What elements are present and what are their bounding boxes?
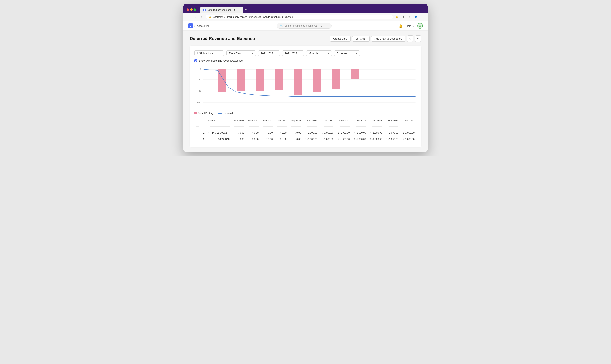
svg-text:-4 K: -4 K xyxy=(197,90,201,92)
more-icon: ••• xyxy=(417,37,419,40)
table-header-row: Name Apr 2021 May 2021 Jun 2021 Jul 2021… xyxy=(195,118,416,124)
page-header: Deferred Revenue and Expense Create Card… xyxy=(190,35,421,42)
browser-expand-icon[interactable]: ⌄ xyxy=(419,7,425,13)
key-icon[interactable]: 🔑 xyxy=(395,14,399,19)
address-bar-row: ‹ › ↻ 🔒 localhost:8011/app/query-report/… xyxy=(184,13,427,21)
search-icon: 🔍 xyxy=(280,24,283,27)
col-mar2022: Mar 2022 xyxy=(400,118,416,124)
svg-rect-14 xyxy=(332,69,340,89)
cell-sep2021: ₹ -1,000.00 xyxy=(303,130,319,136)
row-expand-icon[interactable]: ▾ xyxy=(209,132,210,134)
col-name: Name xyxy=(206,118,232,124)
menu-icon[interactable]: ⋮ xyxy=(420,14,425,19)
show-upcoming-checkbox[interactable] xyxy=(195,59,197,62)
period-filter[interactable]: Fiscal Year xyxy=(226,50,256,56)
row-name[interactable]: ▾ PINV-21-00002 xyxy=(206,130,232,136)
cell-apr2021: ₹ 0.00 xyxy=(232,136,246,142)
page-title: Deferred Revenue and Expense xyxy=(190,36,255,41)
svg-text:-2 K: -2 K xyxy=(197,78,201,81)
cell-jul2021: ₹ 0.00 xyxy=(275,136,288,142)
chart-svg: 0 -2 K -4 K -6 K xyxy=(195,65,416,108)
col-jan2022: Jan 2022 xyxy=(368,118,384,124)
from-date-filter[interactable] xyxy=(258,50,280,56)
user-avatar[interactable]: A xyxy=(417,23,423,28)
row-name[interactable]: Office Rent xyxy=(206,136,232,142)
company-filter[interactable] xyxy=(195,50,224,56)
col-sep2021: Sep 2021 xyxy=(303,118,319,124)
help-button[interactable]: Help ⌄ xyxy=(406,24,414,27)
cell-may2021: ₹ 0.00 xyxy=(246,130,261,136)
app-logo-icon[interactable]: E xyxy=(188,23,193,28)
reload-button[interactable]: ↻ xyxy=(199,14,204,19)
breadcrumb: E › Accounting xyxy=(188,23,210,28)
refresh-button[interactable]: ↻ xyxy=(407,35,413,42)
active-tab[interactable]: E Deferred Revenue and Expen... × xyxy=(200,7,243,13)
tab-close-icon[interactable]: × xyxy=(239,9,240,11)
app-content: E › Accounting 🔍 Search or type a comman… xyxy=(184,21,427,152)
cell-jan2022: ₹ -1,000.00 xyxy=(368,136,384,142)
cell-aug2021: ₹ 0.00 xyxy=(289,136,303,142)
report-container: Fiscal Year Monthly Expense Show with up… xyxy=(190,46,421,147)
cell-nov2021: ₹ -1,000.00 xyxy=(335,136,352,142)
cell-dec2021: ₹ -1,000.00 xyxy=(352,130,368,136)
svg-rect-10 xyxy=(256,69,264,91)
expected-color xyxy=(218,113,222,114)
new-tab-button[interactable]: + xyxy=(243,6,248,13)
col-jul2021: Jul 2021 xyxy=(275,118,288,124)
maximize-window-button[interactable] xyxy=(194,8,196,11)
cell-mar2022: ₹ -1,000.00 xyxy=(400,136,416,142)
expected-label: Expected xyxy=(223,112,233,115)
svg-rect-9 xyxy=(237,69,245,91)
svg-rect-8 xyxy=(218,69,226,92)
expected-legend: Expected xyxy=(218,112,233,115)
url-bar[interactable]: 🔒 localhost:8011/app/query-report/Deferr… xyxy=(205,14,393,19)
cell-jul2021: ₹ 0.00 xyxy=(275,130,288,136)
cell-nov2021: ₹ -1,000.00 xyxy=(335,130,352,136)
col-nov2021: Nov 2021 xyxy=(335,118,352,124)
actual-posting-legend: Actual Posting xyxy=(195,112,213,115)
filter-row: Fiscal Year Monthly Expense xyxy=(195,50,416,56)
close-window-button[interactable] xyxy=(186,8,189,11)
minimize-window-button[interactable] xyxy=(190,8,193,11)
traffic-lights xyxy=(186,8,196,11)
cell-feb2022: ₹ -1,000.00 xyxy=(384,136,400,142)
global-search[interactable]: 🔍 Search or type a command (Ctrl + G) xyxy=(277,23,332,28)
create-card-button[interactable]: Create Card xyxy=(330,36,351,41)
upload-icon[interactable]: ⬆ xyxy=(401,14,406,19)
show-upcoming-label: Show with upcoming revenue/expense xyxy=(199,59,243,62)
browser-tabs: E Deferred Revenue and Expen... × + xyxy=(200,6,417,13)
url-text: localhost:8011/app/query-report/Deferred… xyxy=(213,15,293,18)
type-filter[interactable]: Expense xyxy=(334,50,360,56)
set-chart-button[interactable]: Set Chart xyxy=(352,36,370,41)
back-button[interactable]: ‹ xyxy=(186,14,191,19)
row-number: 2 xyxy=(201,136,206,142)
svg-rect-12 xyxy=(294,69,302,95)
more-options-button[interactable]: ••• xyxy=(415,35,421,42)
breadcrumb-parent[interactable]: Accounting xyxy=(197,24,210,27)
col-dec2021: Dec 2021 xyxy=(352,118,368,124)
to-date-filter[interactable] xyxy=(282,50,304,56)
help-label: Help xyxy=(406,24,411,27)
cell-feb2022: ₹ -1,000.00 xyxy=(384,130,400,136)
cell-dec2021: ₹ -1,000.00 xyxy=(352,136,368,142)
chart-legend: Actual Posting Expected xyxy=(195,112,416,115)
cell-aug2021: ₹ 0.00 xyxy=(289,130,303,136)
cell-jun2021: ₹ 0.00 xyxy=(261,130,275,136)
col-aug2021: Aug 2021 xyxy=(289,118,303,124)
refresh-icon: ↻ xyxy=(409,37,412,40)
add-chart-to-dashboard-button[interactable]: Add Chart to Dashboard xyxy=(371,36,406,41)
star-icon[interactable]: ☆ xyxy=(407,14,412,19)
skeleton-row xyxy=(195,124,416,130)
page-actions: Create Card Set Chart Add Chart to Dashb… xyxy=(330,35,421,42)
account-icon[interactable]: 👤 xyxy=(413,14,418,19)
table-row: 1 ▾ PINV-21-00002 ₹ 0.00 ₹ 0.00 ₹ 0.00 ₹… xyxy=(195,130,416,136)
col-oct2021: Oct 2021 xyxy=(319,118,335,124)
tab-favicon: E xyxy=(203,9,206,12)
row-number: 1 xyxy=(201,130,206,136)
notification-bell-icon[interactable]: 🔔 xyxy=(399,24,403,28)
periodicity-filter[interactable]: Monthly xyxy=(306,50,332,56)
breadcrumb-separator: › xyxy=(195,24,195,27)
cell-mar2022: ₹ -1,000.00 xyxy=(400,130,416,136)
cell-apr2021: ₹ 0.00 xyxy=(232,130,246,136)
forward-button[interactable]: › xyxy=(193,14,198,19)
